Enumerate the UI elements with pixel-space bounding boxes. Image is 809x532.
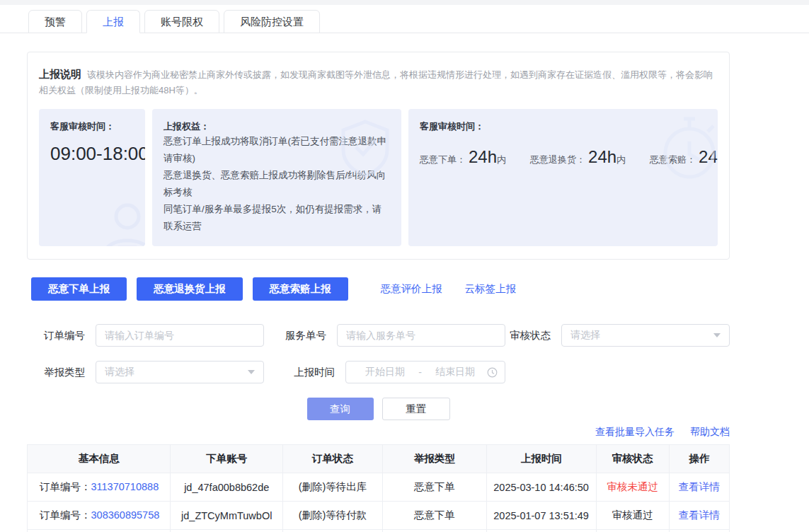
review-sla-card: 客服审核时间： 恶意下单：24h内 恶意退换货：24h内 恶意索赔：24h内: [408, 109, 718, 246]
report-time-cell: 2025-01-07 13:51:49: [486, 502, 596, 530]
malicious-order-report-button[interactable]: 恶意下单上报: [31, 277, 127, 301]
tab-warning[interactable]: 预警: [28, 10, 82, 33]
order-no-prefix: 订单编号：: [40, 481, 91, 492]
tab-account-restriction[interactable]: 账号限权: [144, 10, 219, 33]
report-table: 基本信息 下单账号 订单状态 举报类型 上报时间 审核状态 操作 订单编号：31…: [27, 444, 730, 532]
sla-item-order: 恶意下单：24h内: [420, 147, 506, 167]
order-no-label: 订单编号: [44, 329, 85, 342]
review-time-card: 客服审核时间： 09:00-18:00: [39, 109, 145, 246]
query-row: 查询 重置: [27, 398, 730, 420]
batch-import-tasks-link[interactable]: 查看批量导入任务: [595, 426, 675, 440]
notice-text: 上报说明该模块内容作为商业秘密禁止商家外传或披露，如发现商家截图等外泄信息，将根…: [39, 66, 718, 98]
review-status-cell: 审核未通过: [596, 473, 669, 502]
report-type-select[interactable]: 请选择: [96, 361, 264, 383]
malicious-review-report-link[interactable]: 恶意评价上报: [381, 282, 442, 296]
benefit-line: 恶意订单上报成功将取消订单(若已支付需注意退款申请审核): [163, 133, 390, 167]
report-type-cell: 恶意下单: [382, 473, 486, 502]
order-no-input[interactable]: [96, 324, 264, 347]
clock-icon: [487, 367, 498, 378]
notice-body: 该模块内容作为商业秘密禁止商家外传或披露，如发现商家截图等外泄信息，将根据违规情…: [39, 69, 713, 96]
col-review-status: 审核状态: [596, 445, 669, 473]
review-time-label: 客服审核时间：: [50, 120, 134, 133]
col-report-type: 举报类型: [382, 445, 486, 473]
order-no-link[interactable]: 311370710888: [91, 481, 159, 492]
review-time-value: 09:00-18:00: [50, 143, 134, 165]
query-button[interactable]: 查询: [307, 398, 374, 420]
info-cards: 客服审核时间： 09:00-18:00 上报权益： 恶意订单上报成功将取消订单(…: [39, 109, 718, 246]
view-detail-link[interactable]: 查看详情: [679, 509, 720, 521]
reset-button[interactable]: 重置: [382, 398, 450, 420]
report-benefits-card: 上报权益： 恶意订单上报成功将取消订单(若已支付需注意退款申请审核) 恶意退换货…: [152, 109, 401, 246]
review-status-label: 审核状态: [510, 329, 551, 342]
table-row: 订单编号：311370710888 jd_47fa00b8b62de (删除)等…: [28, 473, 730, 502]
notice-title: 上报说明: [39, 68, 81, 80]
benefit-line: 同笔订单/服务单最多提报5次，如仍有提报需求，请联系运营: [163, 201, 390, 235]
benefits-label: 上报权益：: [163, 120, 390, 133]
report-type-cell: 恶意下单: [382, 502, 486, 530]
service-no-input[interactable]: [337, 324, 505, 347]
account-cell: jd_ZTCyMmTuwbOl: [171, 502, 283, 530]
help-doc-link[interactable]: 帮助文档: [690, 426, 730, 440]
start-date-placeholder: 开始日期: [353, 366, 417, 378]
top-strip: [0, 0, 809, 5]
review-status-select[interactable]: 请选择: [561, 324, 730, 347]
order-status-cell: (删除)等待出库: [283, 530, 383, 532]
tab-risk-settings[interactable]: 风险防控设置: [224, 10, 320, 33]
report-time-range-picker[interactable]: 开始日期 - 结束日期: [345, 361, 505, 383]
order-no-link[interactable]: 308360895758: [91, 509, 160, 521]
table-header-row: 基本信息 下单账号 订单状态 举报类型 上报时间 审核状态 操作: [28, 445, 730, 473]
report-actions: 恶意下单上报 恶意退换货上报 恶意索赔上报 恶意评价上报 云标签上报: [27, 277, 730, 301]
person-icon: [97, 195, 145, 246]
report-type-label: 举报类型: [44, 366, 85, 379]
order-no-prefix: 订单编号：: [40, 509, 91, 521]
sla-item-claim: 恶意索赔：24h内: [650, 147, 718, 167]
col-operation: 操作: [669, 445, 729, 473]
account-cell: jd_4bbfc6e984e26: [171, 530, 283, 532]
sla-item-return: 恶意退换货：24h内: [530, 147, 626, 167]
sla-label: 客服审核时间：: [420, 120, 706, 133]
col-account: 下单账号: [171, 445, 283, 473]
report-time-cell: 2025-03-10 14:46:50: [486, 473, 596, 502]
report-type-cell: 恶意下单: [382, 530, 486, 532]
end-date-placeholder: 结束日期: [423, 366, 487, 378]
service-no-label: 服务单号: [285, 329, 326, 342]
report-time-label: 上报时间: [294, 366, 335, 379]
tab-report[interactable]: 上报: [86, 10, 140, 33]
malicious-return-report-button[interactable]: 恶意退换货上报: [137, 277, 243, 301]
malicious-claim-report-button[interactable]: 恶意索赔上报: [253, 277, 348, 301]
order-status-cell: (删除)等待付款: [283, 502, 383, 530]
account-cell: jd_47fa00b8b62de: [171, 473, 283, 502]
filter-form: 订单编号 服务单号 审核状态 请选择 举报类型 请选择: [27, 324, 730, 383]
chevron-down-icon: [713, 333, 721, 337]
sla-row: 恶意下单：24h内 恶意退换货：24h内 恶意索赔：24h内: [420, 147, 706, 167]
main-content: 上报说明该模块内容作为商业秘密禁止商家外传或披露，如发现商家截图等外泄信息，将根…: [27, 52, 730, 532]
report-notice-box: 上报说明该模块内容作为商业秘密禁止商家外传或披露，如发现商家截图等外泄信息，将根…: [27, 52, 730, 260]
review-status-cell: 审核通过: [596, 530, 669, 532]
benefit-line: 恶意退换货、恶意索赔上报成功将剔除售后/纠纷风向标考核: [163, 167, 390, 201]
view-detail-link[interactable]: 查看详情: [679, 481, 720, 492]
review-status-cell: 审核通过: [596, 502, 669, 530]
chevron-down-icon: [248, 370, 255, 374]
tab-bar: 预警 上报 账号限权 风险防控设置: [0, 5, 809, 33]
col-order-status: 订单状态: [283, 445, 383, 473]
col-report-time: 上报时间: [486, 445, 596, 473]
col-basic-info: 基本信息: [28, 445, 171, 473]
order-status-cell: (删除)等待出库: [283, 473, 383, 502]
cloud-tag-report-link[interactable]: 云标签上报: [465, 282, 517, 296]
report-time-cell: 2024-12-26 16:52:01: [486, 530, 596, 532]
table-links: 查看批量导入任务 帮助文档: [27, 426, 730, 440]
table-row: 订单编号：307792218217 jd_4bbfc6e984e26 (删除)等…: [28, 530, 730, 532]
table-row: 订单编号：308360895758 jd_ZTCyMmTuwbOl (删除)等待…: [28, 502, 730, 530]
